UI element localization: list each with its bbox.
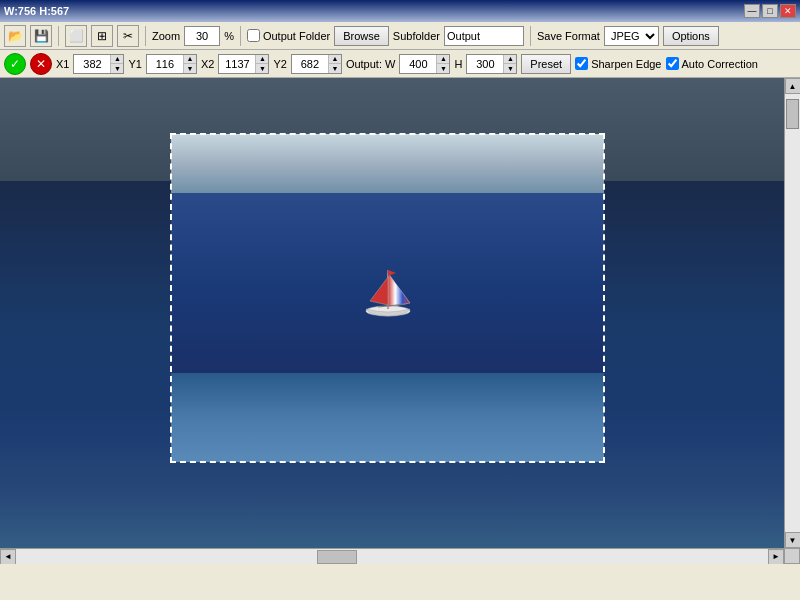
output-w-up[interactable]: ▲: [437, 55, 449, 64]
output-folder-checkbox[interactable]: [247, 29, 260, 42]
scroll-right-arrow[interactable]: ►: [768, 549, 784, 565]
x2-spinner-btns: ▲ ▼: [255, 55, 268, 73]
close-button[interactable]: ✕: [780, 4, 796, 18]
separator4: [530, 26, 531, 46]
output-w-spinner-btns: ▲ ▼: [436, 55, 449, 73]
zoom-input[interactable]: [184, 26, 220, 46]
save-icon[interactable]: 💾: [30, 25, 52, 47]
sharpen-edge-group[interactable]: Sharpen Edge: [575, 57, 661, 70]
zoom-unit: %: [224, 30, 234, 42]
browse-button[interactable]: Browse: [334, 26, 389, 46]
scroll-track-horizontal[interactable]: [16, 549, 768, 565]
h-label: H: [454, 58, 462, 70]
window-controls: — □ ✕: [744, 4, 796, 18]
save-format-select[interactable]: JPEG PNG BMP: [604, 26, 659, 46]
subfolder-input[interactable]: [444, 26, 524, 46]
x2-down[interactable]: ▼: [256, 64, 268, 73]
subfolder-label: Subfolder: [393, 30, 440, 42]
scroll-left-arrow[interactable]: ◄: [0, 549, 16, 565]
output-w-label: Output: W: [346, 58, 396, 70]
selection-content: [171, 134, 604, 462]
h-spinner[interactable]: ▲ ▼: [466, 54, 517, 74]
scroll-up-arrow[interactable]: ▲: [785, 78, 801, 94]
toolbar-row2: ✓ ✕ X1 ▲ ▼ Y1 ▲ ▼ X2 ▲ ▼ Y2 ▲ ▼ Outp: [0, 50, 800, 78]
y2-down[interactable]: ▼: [329, 64, 341, 73]
y2-up[interactable]: ▲: [329, 55, 341, 64]
sharpen-edge-label: Sharpen Edge: [591, 58, 661, 70]
options-button[interactable]: Options: [663, 26, 719, 46]
scroll-down-arrow[interactable]: ▼: [785, 532, 801, 548]
x2-spinner[interactable]: ▲ ▼: [218, 54, 269, 74]
output-w-input[interactable]: [400, 55, 436, 73]
scroll-corner: [784, 548, 800, 564]
h-down[interactable]: ▼: [504, 64, 516, 73]
main-canvas-area: ▲ ▼ ◄ ►: [0, 78, 800, 564]
y1-down[interactable]: ▼: [184, 64, 196, 73]
maximize-button[interactable]: □: [762, 4, 778, 18]
open-icon[interactable]: 📂: [4, 25, 26, 47]
x1-down[interactable]: ▼: [111, 64, 123, 73]
title-bar: W:756 H:567 — □ ✕: [0, 0, 800, 22]
output-w-spinner[interactable]: ▲ ▼: [399, 54, 450, 74]
y2-spinner[interactable]: ▲ ▼: [291, 54, 342, 74]
output-folder-group: Output Folder: [247, 29, 330, 42]
save-format-label: Save Format: [537, 30, 600, 42]
window-title: W:756 H:567: [4, 5, 69, 17]
h-input[interactable]: [467, 55, 503, 73]
y2-label: Y2: [273, 58, 286, 70]
y2-spinner-btns: ▲ ▼: [328, 55, 341, 73]
cut-icon[interactable]: ✂: [117, 25, 139, 47]
preset-button[interactable]: Preset: [521, 54, 571, 74]
y1-label: Y1: [128, 58, 141, 70]
auto-correction-checkbox[interactable]: [666, 57, 679, 70]
output-w-down[interactable]: ▼: [437, 64, 449, 73]
sharpen-edge-checkbox[interactable]: [575, 57, 588, 70]
y1-input[interactable]: [147, 55, 183, 73]
y2-input[interactable]: [292, 55, 328, 73]
auto-correction-group[interactable]: Auto Correction: [666, 57, 758, 70]
x2-input[interactable]: [219, 55, 255, 73]
h-spinner-btns: ▲ ▼: [503, 55, 516, 73]
toolbar-row1: 📂 💾 ⬜ ⊞ ✂ Zoom % Output Folder Browse Su…: [0, 22, 800, 50]
separator1: [58, 26, 59, 46]
x2-label: X2: [201, 58, 214, 70]
zoom-label: Zoom: [152, 30, 180, 42]
scroll-thumb-vertical[interactable]: [786, 99, 799, 129]
separator3: [240, 26, 241, 46]
grid-icon[interactable]: ⊞: [91, 25, 113, 47]
y1-spinner-btns: ▲ ▼: [183, 55, 196, 73]
x1-input[interactable]: [74, 55, 110, 73]
auto-correction-label: Auto Correction: [682, 58, 758, 70]
x1-spinner-btns: ▲ ▼: [110, 55, 123, 73]
scroll-thumb-horizontal[interactable]: [317, 550, 357, 564]
cancel-icon[interactable]: ✕: [30, 53, 52, 75]
y1-spinner[interactable]: ▲ ▼: [146, 54, 197, 74]
separator2: [145, 26, 146, 46]
x2-up[interactable]: ▲: [256, 55, 268, 64]
y1-up[interactable]: ▲: [184, 55, 196, 64]
x1-up[interactable]: ▲: [111, 55, 123, 64]
ok-icon[interactable]: ✓: [4, 53, 26, 75]
output-folder-label: Output Folder: [263, 30, 330, 42]
scroll-track-vertical[interactable]: [785, 94, 801, 532]
x1-spinner[interactable]: ▲ ▼: [73, 54, 124, 74]
sailboat-image: [348, 255, 428, 327]
h-up[interactable]: ▲: [504, 55, 516, 64]
scrollbar-vertical[interactable]: ▲ ▼: [784, 78, 800, 548]
minimize-button[interactable]: —: [744, 4, 760, 18]
scrollbar-horizontal[interactable]: ◄ ►: [0, 548, 784, 564]
x1-label: X1: [56, 58, 69, 70]
crop-icon[interactable]: ⬜: [65, 25, 87, 47]
